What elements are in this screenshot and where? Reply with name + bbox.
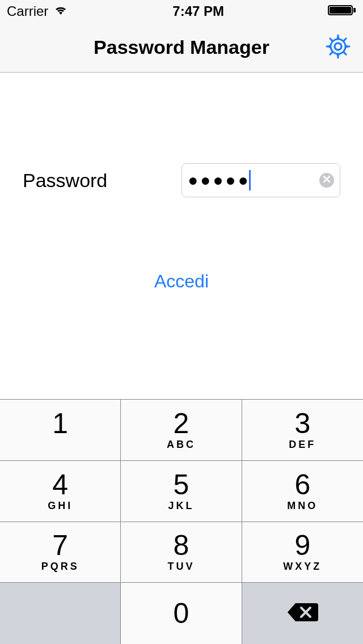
text-cursor: [249, 170, 251, 190]
page-title: Password Manager: [94, 36, 269, 58]
login-button[interactable]: Accedi: [0, 271, 363, 292]
keypad-blank: [0, 583, 121, 644]
password-label: Password: [23, 170, 182, 192]
carrier-label: Carrier: [7, 3, 48, 19]
status-right: [328, 3, 356, 19]
password-input[interactable]: ●●●●●: [182, 163, 340, 197]
battery-icon: [328, 3, 356, 19]
keypad-key-0[interactable]: 0: [121, 583, 242, 644]
keypad-key-7[interactable]: 7 PQRS: [0, 522, 121, 583]
close-icon: [323, 175, 331, 185]
keypad-key-6[interactable]: 6 MNO: [242, 461, 363, 522]
status-bar: Carrier 7:47 PM: [0, 0, 363, 23]
keypad-key-9[interactable]: 9 WXYZ: [242, 522, 363, 583]
svg-rect-2: [353, 8, 356, 12]
svg-rect-1: [330, 7, 351, 14]
keypad-key-3[interactable]: 3 DEF: [242, 400, 363, 461]
wifi-icon: [53, 3, 69, 19]
svg-point-4: [331, 39, 345, 54]
status-left: Carrier: [7, 3, 69, 19]
svg-point-5: [335, 43, 341, 50]
content-area: Password ●●●●● Accedi: [0, 163, 363, 292]
keypad-key-4[interactable]: 4 GHI: [0, 461, 121, 522]
backspace-icon: [286, 601, 318, 626]
numeric-keypad: 1 2 ABC 3 DEF 4 GHI 5 JKL 6 MNO 7 PQRS 8…: [0, 399, 363, 644]
gear-icon: [326, 34, 351, 61]
password-row: Password ●●●●●: [0, 163, 363, 197]
nav-bar: Password Manager: [0, 23, 363, 73]
status-time: 7:47 PM: [69, 3, 328, 19]
keypad-delete[interactable]: [242, 583, 363, 644]
keypad-key-8[interactable]: 8 TUV: [121, 522, 242, 583]
clear-button[interactable]: [319, 173, 334, 188]
password-value: ●●●●●: [188, 171, 251, 190]
keypad-key-1[interactable]: 1: [0, 400, 121, 461]
settings-button[interactable]: [322, 32, 354, 63]
keypad-key-5[interactable]: 5 JKL: [121, 461, 242, 522]
keypad-key-2[interactable]: 2 ABC: [121, 400, 242, 461]
